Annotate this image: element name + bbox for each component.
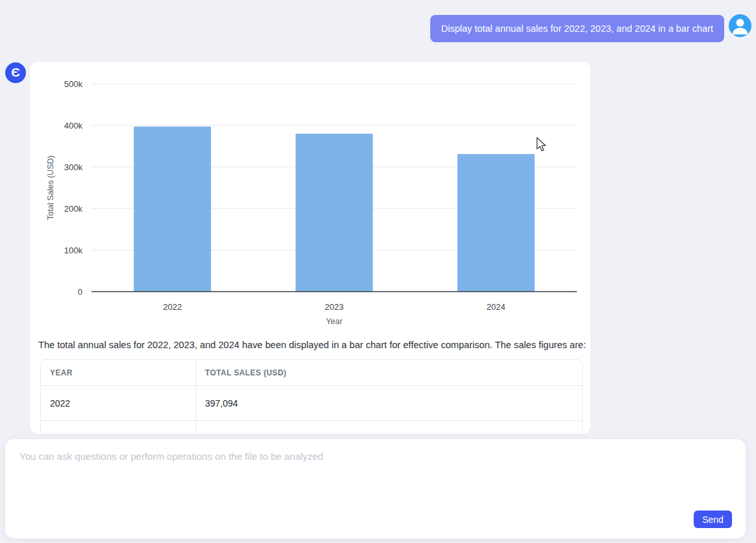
column-header: TOTAL SALES (USD): [195, 360, 582, 386]
sales-bar-chart: 0100k200k300k400k500k202220232024YearTot…: [30, 62, 591, 331]
sales-table-body: 2022397,094: [41, 386, 582, 434]
assistant-logo-icon: Є: [5, 62, 26, 83]
y-tick-label: 400k: [64, 121, 83, 131]
y-tick-label: 100k: [64, 246, 83, 255]
column-header: YEAR: [41, 360, 195, 386]
x-tick-label: 2023: [325, 302, 344, 312]
table-row: 2022397,094: [41, 386, 582, 421]
table-header-row: YEARTOTAL SALES (USD): [41, 360, 582, 386]
y-tick-label: 300k: [64, 162, 83, 172]
assistant-answer-card: 0100k200k300k400k500k202220232024YearTot…: [30, 62, 591, 434]
send-button[interactable]: Send: [694, 511, 732, 528]
x-tick-label: 2024: [487, 302, 506, 312]
table-cell: 397,094: [195, 386, 582, 421]
table-row: [41, 421, 582, 434]
composer-panel: Send: [5, 439, 746, 538]
bar-2024: [457, 154, 535, 292]
y-axis-title: Total Sales (USD): [46, 155, 55, 220]
y-tick-label: 200k: [64, 204, 83, 214]
user-message-bubble: Display total annual sales for 2022, 202…: [430, 15, 724, 42]
x-axis-title: Year: [326, 317, 342, 326]
table-cell: [41, 421, 195, 434]
mouse-cursor-icon: [536, 137, 548, 153]
bar-2022: [134, 127, 211, 292]
chat-input[interactable]: [5, 439, 746, 511]
x-tick-label: 2022: [163, 302, 182, 312]
table-cell: 2022: [41, 386, 195, 421]
sales-table: YEARTOTAL SALES (USD) 2022397,094: [40, 359, 583, 434]
y-tick-label: 0: [78, 287, 82, 297]
table-cell: [195, 421, 582, 434]
assistant-summary-text: The total annual sales for 2022, 2023, a…: [38, 338, 586, 351]
sales-table-header: YEARTOTAL SALES (USD): [41, 360, 582, 386]
bar-2023: [296, 134, 373, 292]
user-person-icon: [729, 14, 751, 37]
y-tick-label: 500k: [64, 79, 83, 89]
user-avatar[interactable]: [729, 14, 751, 37]
